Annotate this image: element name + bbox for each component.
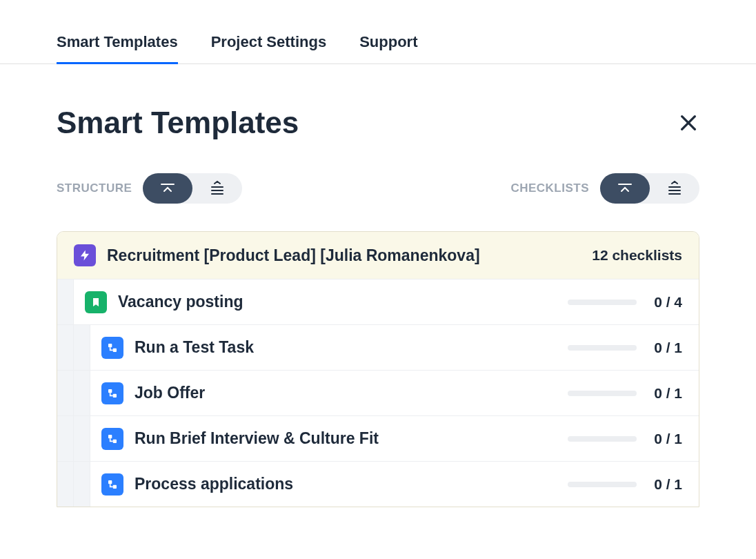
tab-project-settings[interactable]: Project Settings [211, 0, 326, 64]
page-title: Smart Templates [57, 106, 299, 140]
checklists-toggle [600, 173, 699, 204]
expand-list-icon [666, 181, 684, 196]
subtask-icon [101, 428, 123, 450]
row-title: Vacancy posting [118, 293, 557, 311]
indent-bar [74, 416, 90, 461]
row-counter: 0 / 1 [648, 385, 682, 402]
template-row[interactable]: Run Brief Interview & Culture Fit 0 / 1 [57, 415, 699, 461]
svg-rect-13 [113, 393, 117, 397]
collapse-up-icon [616, 182, 634, 195]
collapse-up-icon [159, 182, 177, 195]
progress-bar [568, 300, 637, 305]
svg-rect-11 [113, 348, 117, 351]
tab-support[interactable]: Support [359, 0, 417, 64]
checklists-expand-button[interactable] [650, 173, 699, 204]
progress-bar [568, 345, 637, 351]
indent-bar [57, 371, 74, 415]
subtask-icon [101, 473, 123, 496]
row-title: Run a Test Task [135, 338, 557, 357]
subtask-icon [101, 382, 123, 404]
progress-bar [568, 391, 637, 396]
progress-bar [568, 482, 637, 487]
tab-smart-templates[interactable]: Smart Templates [57, 0, 178, 64]
expand-list-icon [208, 181, 226, 196]
bookmark-icon [85, 291, 107, 313]
svg-rect-17 [113, 484, 117, 488]
svg-rect-16 [108, 480, 112, 484]
svg-rect-15 [113, 439, 117, 442]
group-checklist-count: 12 checklists [592, 247, 682, 264]
indent-bar [57, 462, 74, 507]
close-button[interactable] [677, 112, 699, 134]
structure-expand-button[interactable] [192, 173, 242, 204]
row-counter: 0 / 1 [648, 431, 682, 447]
template-row[interactable]: Run a Test Task 0 / 1 [57, 324, 699, 370]
template-row[interactable]: Process applications 0 / 1 [57, 461, 699, 507]
svg-rect-14 [108, 435, 112, 438]
template-row[interactable]: Job Offer 0 / 1 [57, 370, 699, 415]
lightning-icon [74, 244, 96, 266]
indent-bar [57, 325, 74, 370]
structure-label: STRUCTURE [57, 182, 132, 195]
group-header[interactable]: Recruitment [Product Lead] [Julia Romane… [57, 232, 699, 279]
close-icon [677, 112, 699, 134]
indent-bar [57, 416, 74, 461]
row-counter: 0 / 4 [648, 294, 682, 311]
row-title: Run Brief Interview & Culture Fit [135, 429, 557, 448]
indent-bar [57, 280, 74, 324]
template-group: Recruitment [Product Lead] [Julia Romane… [57, 231, 699, 507]
group-title: Recruitment [Product Lead] [Julia Romane… [107, 246, 581, 265]
tab-bar: Smart Templates Project Settings Support [0, 0, 756, 64]
indent-bar [74, 371, 90, 415]
structure-collapse-button[interactable] [143, 173, 192, 204]
row-counter: 0 / 1 [648, 340, 682, 356]
indent-bar [74, 462, 90, 507]
template-row[interactable]: Vacancy posting 0 / 4 [57, 279, 699, 324]
indent-bar [74, 325, 90, 370]
svg-rect-10 [108, 344, 112, 347]
checklists-collapse-button[interactable] [600, 173, 650, 204]
row-title: Process applications [135, 475, 557, 493]
template-rows: Vacancy posting 0 / 4 [57, 279, 699, 507]
row-counter: 0 / 1 [648, 476, 682, 493]
row-title: Job Offer [135, 384, 557, 402]
structure-toggle [143, 173, 242, 204]
progress-bar [568, 436, 637, 442]
svg-rect-12 [108, 389, 112, 393]
subtask-icon [101, 337, 123, 359]
checklists-label: CHECKLISTS [510, 182, 589, 195]
